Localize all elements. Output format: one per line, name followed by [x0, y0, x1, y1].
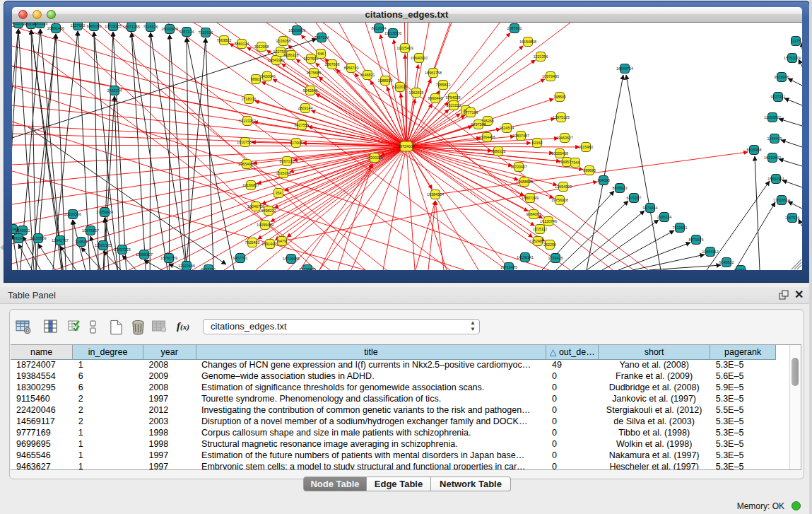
svg-text:7344: 7344 — [571, 160, 579, 165]
svg-text:10975857: 10975857 — [82, 228, 99, 233]
svg-text:19463627: 19463627 — [556, 136, 573, 140]
svg-text:12942737: 12942737 — [52, 238, 69, 243]
svg-text:9227341: 9227341 — [770, 95, 785, 99]
svg-text:1244415: 1244415 — [767, 136, 782, 141]
svg-text:1588520: 1588520 — [377, 78, 392, 83]
svg-text:16961758: 16961758 — [425, 71, 442, 75]
svg-text:14136141: 14136141 — [517, 255, 534, 259]
svg-text:10958107: 10958107 — [136, 252, 153, 257]
svg-text:16120746: 16120746 — [540, 219, 557, 223]
svg-text:12923446: 12923446 — [178, 264, 195, 268]
svg-text:6479: 6479 — [278, 239, 286, 243]
svg-text:924561: 924561 — [734, 268, 747, 270]
svg-text:19218506: 19218506 — [384, 31, 401, 35]
svg-text:114513: 114513 — [75, 240, 88, 244]
svg-text:17016514: 17016514 — [773, 198, 790, 202]
svg-text:12505135: 12505135 — [95, 243, 112, 247]
svg-text:20364436: 20364436 — [478, 135, 495, 139]
svg-text:1615112: 1615112 — [532, 227, 547, 231]
svg-text:6497568: 6497568 — [471, 122, 486, 127]
svg-text:7515526: 7515526 — [198, 30, 213, 35]
svg-text:11175: 11175 — [790, 39, 800, 43]
svg-text:1345001: 1345001 — [15, 228, 30, 233]
svg-text:14099489: 14099489 — [257, 223, 273, 227]
svg-text:9084067: 9084067 — [526, 212, 541, 216]
svg-text:9794028: 9794028 — [445, 95, 460, 100]
svg-text:20691406: 20691406 — [47, 26, 64, 30]
svg-text:8186328: 8186328 — [283, 53, 298, 57]
svg-text:2867608: 2867608 — [324, 62, 339, 66]
svg-text:18300295: 18300295 — [366, 156, 383, 160]
svg-text:10543382: 10543382 — [268, 58, 285, 62]
svg-text:8454749: 8454749 — [343, 66, 358, 70]
svg-text:1498222: 1498222 — [261, 209, 276, 213]
svg-text:11325419: 11325419 — [396, 46, 413, 50]
svg-text:16671355: 16671355 — [123, 25, 140, 29]
svg-text:10025438: 10025438 — [551, 151, 568, 156]
svg-text:16782759: 16782759 — [160, 256, 177, 260]
svg-text:10719155: 10719155 — [105, 24, 122, 28]
svg-text:1535394: 1535394 — [276, 171, 290, 175]
svg-text:2905334: 2905334 — [107, 88, 122, 93]
svg-text:1221396: 1221396 — [533, 54, 548, 59]
svg-text:98901: 98901 — [250, 77, 261, 81]
svg-text:9777169: 9777169 — [463, 110, 478, 115]
svg-text:15720407: 15720407 — [510, 165, 527, 169]
svg-text:8990448: 8990448 — [428, 96, 442, 100]
svg-text:7357224: 7357224 — [179, 30, 194, 34]
svg-text:23420046: 23420046 — [259, 74, 276, 78]
svg-text:6466160: 6466160 — [86, 24, 101, 28]
svg-text:12213362: 12213362 — [239, 119, 256, 123]
svg-text:10107554: 10107554 — [237, 140, 254, 144]
svg-text:11156869: 11156869 — [30, 236, 46, 240]
svg-text:16640910: 16640910 — [411, 56, 428, 60]
svg-text:16648764: 16648764 — [616, 66, 633, 71]
svg-text:17957225: 17957225 — [114, 247, 131, 252]
svg-text:9115460: 9115460 — [578, 145, 593, 149]
svg-text:2935114: 2935114 — [657, 215, 671, 219]
svg-text:9146821: 9146821 — [360, 73, 375, 77]
svg-text:546: 546 — [317, 52, 324, 56]
svg-text:6479197: 6479197 — [626, 196, 641, 200]
svg-text:18724007: 18724007 — [398, 144, 415, 148]
svg-text:5322037: 5322037 — [392, 85, 407, 89]
svg-text:9657791: 9657791 — [201, 267, 216, 270]
svg-text:3912958: 3912958 — [254, 45, 269, 49]
svg-text:8813054: 8813054 — [371, 26, 386, 30]
svg-text:19384554: 19384554 — [427, 192, 444, 197]
svg-text:354: 354 — [275, 191, 281, 195]
svg-text:7357224: 7357224 — [314, 35, 329, 40]
svg-text:748500: 748500 — [553, 95, 566, 99]
svg-text:15716485: 15716485 — [283, 257, 300, 261]
svg-text:16914479: 16914479 — [261, 242, 278, 246]
svg-text:15751074: 15751074 — [784, 56, 801, 60]
svg-text:1167534: 1167534 — [784, 216, 799, 220]
svg-text:10688609: 10688609 — [516, 180, 533, 184]
svg-text:2803144: 2803144 — [298, 106, 312, 110]
svg-text:9529966: 9529966 — [774, 75, 789, 79]
svg-text:10807487: 10807487 — [512, 134, 529, 138]
svg-text:8471676: 8471676 — [688, 238, 703, 242]
svg-text:8938923: 8938923 — [612, 186, 627, 190]
svg-text:1065326: 1065326 — [33, 23, 47, 25]
svg-text:1362635: 1362635 — [408, 90, 423, 95]
svg-text:7663822: 7663822 — [216, 38, 231, 42]
svg-text:9242848: 9242848 — [302, 88, 317, 93]
svg-text:9245612: 9245612 — [719, 260, 734, 264]
svg-text:15718485: 15718485 — [299, 267, 316, 270]
svg-text:164095: 164095 — [597, 178, 610, 182]
svg-text:7625402: 7625402 — [245, 240, 259, 245]
svg-text:16033809: 16033809 — [288, 28, 305, 33]
svg-text:19654983: 19654983 — [238, 162, 255, 166]
svg-text:12093822: 12093822 — [764, 115, 781, 119]
svg-text:20206536: 20206536 — [64, 212, 81, 216]
svg-text:16210643: 16210643 — [764, 156, 781, 160]
svg-text:1621022: 1621022 — [446, 103, 461, 107]
svg-text:16033809: 16033809 — [161, 27, 178, 31]
svg-text:16154808: 16154808 — [519, 40, 536, 44]
svg-text:3226058: 3226058 — [276, 39, 290, 43]
svg-text:9474444: 9474444 — [642, 206, 657, 210]
svg-text:1733426: 1733426 — [548, 256, 563, 260]
svg-text:699695: 699695 — [583, 168, 596, 173]
svg-text:8215958: 8215958 — [746, 148, 761, 152]
